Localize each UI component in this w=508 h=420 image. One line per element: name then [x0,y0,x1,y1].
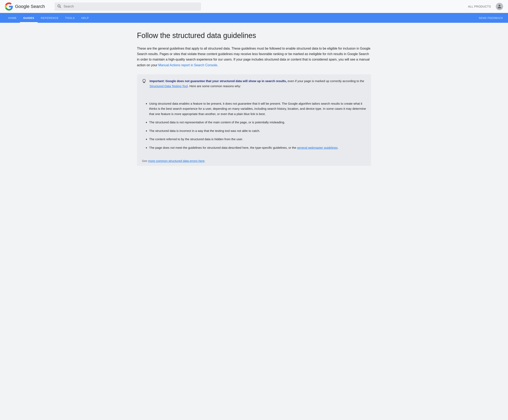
search-icon [57,4,61,9]
callout-text: Important: Google does not guarantee tha… [149,78,366,89]
nav-item-home[interactable]: HOME [5,13,20,23]
search-input[interactable] [55,2,201,11]
logo-link[interactable]: Google Search [5,2,45,11]
callout-text-after-bold: even if your page is marked up correctly… [287,79,364,83]
list-item: The structured data is incorrect in a wa… [149,128,366,134]
site-title: Google Search [15,4,45,9]
search-container [55,2,201,11]
nav-bar: HOME GUIDES REFERENCE TOOLS HELP SEND FE… [0,13,508,23]
send-feedback-button[interactable]: SEND FEEDBACK [479,16,503,20]
nav-item-reference[interactable]: REFERENCE [37,13,62,23]
bullet-list: Using structured data enables a feature … [145,101,366,150]
more-errors-link[interactable]: more common structured data errors here [148,159,205,163]
google-g-icon [5,2,13,11]
nav-item-tools[interactable]: TOOLS [62,13,78,23]
nav-items: HOME GUIDES REFERENCE TOOLS HELP [5,13,479,23]
structured-data-testing-tool-link[interactable]: Structured Data Testing Tool [149,84,188,88]
general-webmaster-guidelines-link[interactable]: general webmaster guidelines [297,146,337,149]
see-more-end: . [204,159,205,163]
lightbulb-icon [142,79,146,84]
person-icon [497,4,502,9]
see-more: See more common structured data errors h… [137,158,371,166]
user-avatar[interactable] [496,3,503,10]
list-item: Using structured data enables a feature … [149,101,366,117]
manual-actions-link[interactable]: Manual Actions report in Search Console [158,63,217,67]
bullet-section: Using structured data enables a feature … [137,98,371,154]
intro-text-end: . [217,63,218,67]
see-more-text: See [142,159,148,163]
note-box: Important: Google does not guarantee tha… [137,74,371,166]
header-right: ALL PRODUCTS [468,3,503,10]
nav-item-help[interactable]: HELP [78,13,92,23]
list-item: The page does not meet the guidelines fo… [149,145,366,150]
callout-text-after-link: . Here are some common reasons why: [188,84,241,88]
header: Google Search ALL PRODUCTS [0,0,508,13]
list-item: The structured data is not representativ… [149,120,366,125]
nav-item-guides[interactable]: GUIDES [20,13,37,23]
svg-line-1 [60,7,61,8]
page-title: Follow the structured data guidelines [137,31,371,40]
all-products-button[interactable]: ALL PRODUCTS [468,5,491,8]
intro-paragraph: These are the general guidelines that ap… [137,46,371,68]
list-item: The content referred to by the structure… [149,136,366,142]
callout-box: Important: Google does not guarantee tha… [137,74,371,93]
main-content: Follow the structured data guidelines Th… [132,23,376,180]
callout-bold: Important: Google does not guarantee tha… [149,79,287,83]
